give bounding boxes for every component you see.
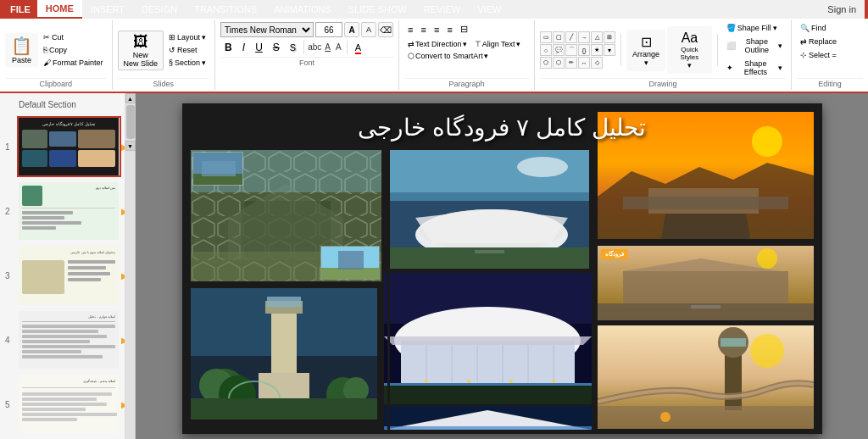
shape-effects-button[interactable]: ✦ Shape Effects ▾ bbox=[723, 58, 786, 78]
align-text-button[interactable]: ⊤ Align Text ▾ bbox=[471, 38, 524, 50]
shape-rect-button[interactable]: ▭ bbox=[540, 31, 552, 43]
font-size-decrease-button[interactable]: A bbox=[361, 22, 376, 37]
svg-rect-9 bbox=[202, 161, 236, 176]
font-size-input[interactable] bbox=[315, 22, 342, 37]
svg-rect-54 bbox=[384, 383, 592, 386]
paste-icon: 📋 bbox=[11, 36, 32, 56]
svg-rect-11 bbox=[321, 268, 380, 280]
arrange-dropdown-icon: ▾ bbox=[644, 58, 648, 67]
arrange-button[interactable]: ⊡ Arrange ▾ bbox=[626, 30, 665, 71]
shape-down-arrow-button[interactable]: ▾ bbox=[604, 44, 615, 56]
find-button[interactable]: 🔍 Find bbox=[797, 22, 863, 34]
svg-point-55 bbox=[425, 380, 428, 383]
align-center-button[interactable]: ≡ bbox=[418, 23, 430, 36]
italic-button[interactable]: I bbox=[238, 40, 249, 55]
section-icon: § bbox=[169, 58, 173, 67]
text-direction-icon: ⇄ bbox=[408, 40, 415, 48]
shape-star-button[interactable]: ★ bbox=[591, 44, 603, 56]
file-tab-btn[interactable]: FILE bbox=[3, 3, 37, 16]
shape-outline-button[interactable]: ⬜ Shape Outline ▾ bbox=[723, 36, 786, 56]
slide-thumbnail-5[interactable]: 5 اسلاید پنجم - نتیجه‌گیری ▶ bbox=[17, 374, 121, 435]
reset-button[interactable]: ↺ Reset bbox=[165, 44, 209, 56]
slide-canvas[interactable]: تحلیل کامل ۷ فرودگاه خارجی bbox=[182, 103, 822, 434]
quick-styles-button[interactable]: Aa Quick Styles ▾ bbox=[667, 26, 712, 74]
font-color-button[interactable]: A bbox=[351, 39, 365, 55]
convert-smartart-button[interactable]: ⬡ Convert to SmartArt ▾ bbox=[404, 50, 492, 62]
shape-callout-button[interactable]: 💬 bbox=[553, 44, 565, 56]
airport-image-bottomright bbox=[598, 325, 814, 429]
shape-freeform-button[interactable]: ✏ bbox=[565, 57, 577, 69]
shape-pentagon-button[interactable]: ⬠ bbox=[540, 57, 552, 69]
svg-point-64 bbox=[757, 248, 777, 269]
layout-button[interactable]: ⊞ Layout ▾ bbox=[165, 31, 209, 43]
font-name-select[interactable]: Times New Roman bbox=[220, 22, 314, 37]
shape-triangle-button[interactable]: △ bbox=[591, 31, 603, 43]
svg-rect-33 bbox=[267, 297, 301, 307]
shape-fill-button[interactable]: 🪣 Shape Fill ▾ bbox=[723, 22, 786, 34]
tab-design[interactable]: DESIGN bbox=[133, 3, 186, 16]
select-button[interactable]: ⊹ Select = bbox=[797, 49, 863, 61]
justify-button[interactable]: ≡ bbox=[443, 23, 455, 36]
slide-thumbnail-2[interactable]: 2 متن اسلاید دوم ▶ bbox=[17, 181, 121, 242]
tab-view[interactable]: VIEW bbox=[469, 3, 509, 16]
slide-scroll-down[interactable]: ▼ bbox=[125, 141, 136, 151]
svg-rect-63 bbox=[691, 305, 721, 308]
svg-rect-26 bbox=[623, 197, 788, 209]
editing-area: تحلیل کامل ۷ فرودگاه خارجی bbox=[136, 93, 868, 439]
replace-button[interactable]: ⇄ Replace bbox=[797, 36, 863, 47]
font-size-increase-button[interactable]: A bbox=[344, 22, 359, 37]
new-slide-button[interactable]: 🖼 New New Slide bbox=[118, 31, 164, 70]
section-dropdown-icon: ▾ bbox=[202, 58, 206, 67]
slide-thumbnail-1[interactable]: 1 تحلیل کامل ۷ فرودگاه خارجی ▶ bbox=[17, 116, 121, 177]
airport-image-bottomcenter bbox=[384, 406, 592, 430]
sign-in-btn[interactable]: Sign in bbox=[819, 3, 865, 16]
shape-rounded-rect-button[interactable]: ▢ bbox=[553, 31, 565, 43]
clear-format-button[interactable]: ⌫ bbox=[378, 22, 393, 37]
align-right-button[interactable]: ≡ bbox=[431, 23, 442, 36]
tab-review[interactable]: REVIEW bbox=[415, 3, 469, 16]
bold-button[interactable]: B bbox=[220, 40, 236, 55]
svg-rect-45 bbox=[401, 341, 575, 383]
scissors-icon: ✂ bbox=[43, 33, 50, 42]
columns-button[interactable]: ⊟ bbox=[457, 22, 471, 36]
paste-button[interactable]: 📋 Paste bbox=[5, 33, 38, 67]
slide-scroll-up[interactable]: ▲ bbox=[125, 93, 136, 103]
slide-panel: Default Section 1 تحلیل کامل ۷ فرودگاه خ… bbox=[0, 93, 125, 439]
svg-point-58 bbox=[552, 380, 555, 383]
copy-button[interactable]: ⎘ Copy bbox=[40, 44, 107, 56]
slides-group: 🖼 New New Slide ⊞ Layout ▾ ↺ Reset § Sec… bbox=[113, 20, 216, 90]
font-color-icon: A bbox=[355, 42, 361, 54]
shape-curve-button[interactable]: ⌒ bbox=[565, 44, 577, 56]
shape-connector-button[interactable]: ↔ bbox=[578, 57, 590, 69]
tab-animations[interactable]: ANIMATIONS bbox=[265, 3, 340, 16]
shape-diamond-button[interactable]: ◇ bbox=[591, 57, 603, 69]
shape-more-button[interactable]: ⊞ bbox=[604, 31, 615, 43]
tab-insert[interactable]: INSERT bbox=[82, 0, 133, 19]
strikethrough-button[interactable]: S bbox=[269, 40, 284, 55]
slide-thumbnail-3[interactable]: 3 محتوای اسلاید سوم با متن فارسی ▶ bbox=[17, 245, 121, 306]
slide-thumbnail-4[interactable]: 4 اسلاید چهارم - تحلیل ▶ bbox=[17, 309, 121, 370]
text-direction-button[interactable]: ⇄ Text Direction ▾ bbox=[404, 38, 470, 50]
paragraph-label: Paragraph bbox=[404, 78, 529, 88]
shape-oval-button[interactable]: ○ bbox=[540, 44, 552, 56]
tab-slideshow[interactable]: SLIDE SHOW bbox=[340, 3, 415, 16]
tabs-bar: HOME INSERT DESIGN TRANSITIONS ANIMATION… bbox=[37, 0, 865, 19]
shape-brace-button[interactable]: {} bbox=[578, 44, 590, 56]
svg-rect-30 bbox=[271, 305, 297, 381]
shadow-button[interactable]: S bbox=[286, 41, 300, 54]
shape-hexagon-button[interactable]: ⬡ bbox=[553, 57, 565, 69]
section-button[interactable]: § Section ▾ bbox=[165, 57, 209, 69]
layout-dropdown-icon: ▾ bbox=[202, 33, 206, 42]
cut-button[interactable]: ✂ Cut bbox=[40, 31, 107, 43]
shape-arrow-button[interactable]: → bbox=[578, 31, 590, 43]
svg-marker-27 bbox=[661, 214, 750, 239]
tab-transitions[interactable]: TRANSITIONS bbox=[186, 3, 265, 16]
tab-home[interactable]: HOME bbox=[37, 0, 82, 19]
shape-line-button[interactable]: ╱ bbox=[565, 31, 577, 43]
smartart-icon: ⬡ bbox=[408, 52, 415, 60]
brush-icon: 🖌 bbox=[43, 58, 51, 67]
underline-button[interactable]: U bbox=[251, 40, 267, 55]
align-left-button[interactable]: ≡ bbox=[404, 23, 416, 36]
format-painter-button[interactable]: 🖌 Format Painter bbox=[40, 57, 107, 69]
airport-image-midright: فرودگاه bbox=[598, 246, 814, 320]
